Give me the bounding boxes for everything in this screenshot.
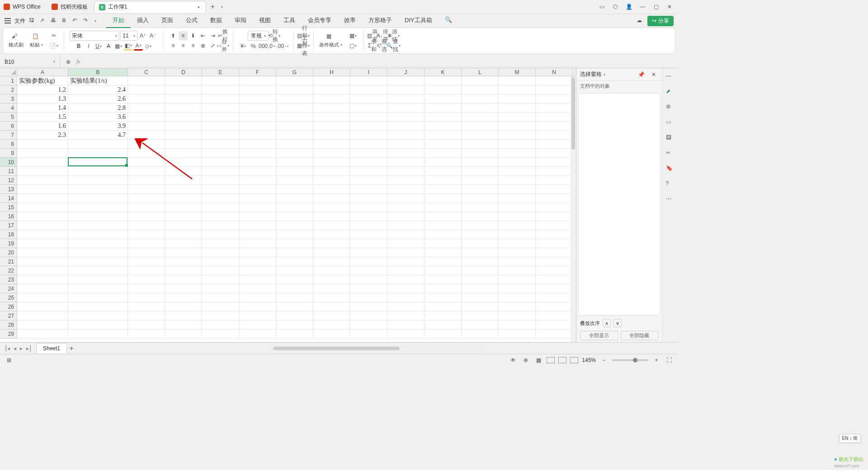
cell-L13[interactable]	[462, 185, 499, 194]
cell-style-icon[interactable]: ▢▾	[349, 41, 358, 50]
column-header-G[interactable]: G	[276, 68, 313, 76]
cell-A8[interactable]	[17, 140, 68, 149]
ribbon-tab-data[interactable]: 数据	[204, 14, 228, 28]
cell-K2[interactable]	[425, 85, 462, 94]
cell-I23[interactable]	[350, 275, 387, 284]
cell-A26[interactable]	[17, 302, 68, 311]
cell-J28[interactable]	[387, 320, 425, 329]
cell-H10[interactable]	[313, 158, 350, 167]
cell-N7[interactable]	[536, 131, 573, 140]
cell-J27[interactable]	[387, 311, 425, 320]
cell-M2[interactable]	[499, 85, 536, 94]
cell-L19[interactable]	[462, 239, 499, 248]
cell-E29[interactable]	[202, 329, 239, 338]
cell-N26[interactable]	[536, 302, 573, 311]
cell-J10[interactable]	[387, 158, 425, 167]
cell-C26[interactable]	[128, 302, 165, 311]
view-break-icon[interactable]	[570, 357, 578, 363]
currency-icon[interactable]: ¥▾	[239, 42, 248, 51]
cell-A21[interactable]	[17, 257, 68, 266]
fx-cancel-icon[interactable]: ⊕	[64, 57, 73, 66]
cell-D25[interactable]	[165, 293, 202, 302]
cell-J9[interactable]	[387, 149, 425, 158]
cell-B4[interactable]: 2.8	[68, 103, 128, 113]
cell-K13[interactable]	[425, 185, 462, 194]
cell-F4[interactable]	[239, 103, 276, 113]
cell-J18[interactable]	[387, 230, 425, 239]
cell-A14[interactable]	[17, 194, 68, 203]
cell-B21[interactable]	[68, 257, 128, 266]
cell-J29[interactable]	[387, 329, 425, 338]
close-panel-icon[interactable]: ✕	[649, 70, 658, 79]
column-header-C[interactable]: C	[128, 68, 165, 76]
cell-B13[interactable]	[68, 185, 128, 194]
row-header-13[interactable]: 13	[0, 185, 17, 194]
cell-L10[interactable]	[462, 158, 499, 167]
cell-K7[interactable]	[425, 131, 462, 140]
cell-D27[interactable]	[165, 311, 202, 320]
print-preview-icon[interactable]: 🗎	[61, 17, 69, 24]
cell-E13[interactable]	[202, 185, 239, 194]
save-icon[interactable]: 🖫	[29, 17, 36, 24]
cube-icon[interactable]: ⬡	[611, 3, 619, 11]
cell-N6[interactable]	[536, 122, 573, 131]
ribbon-tab-review[interactable]: 审阅	[228, 14, 253, 28]
cell-D20[interactable]	[165, 248, 202, 257]
cell-H25[interactable]	[313, 293, 350, 302]
cell-B6[interactable]: 3.9	[68, 122, 128, 131]
cell-C7[interactable]	[128, 131, 165, 140]
cell-L18[interactable]	[462, 230, 499, 239]
cell-H29[interactable]	[313, 329, 350, 338]
cell-I22[interactable]	[350, 266, 387, 275]
cell-N18[interactable]	[536, 230, 573, 239]
cell-G13[interactable]	[276, 185, 313, 194]
cell-G3[interactable]	[276, 94, 313, 103]
select-tool-icon[interactable]: ⬈	[666, 88, 675, 97]
cell-C17[interactable]	[128, 221, 165, 230]
cell-D18[interactable]	[165, 230, 202, 239]
cell-G1[interactable]	[276, 76, 313, 85]
cell-F8[interactable]	[239, 140, 276, 149]
cell-H4[interactable]	[313, 103, 350, 113]
cell-K9[interactable]	[425, 149, 462, 158]
row-header-26[interactable]: 26	[0, 302, 17, 311]
cell-F24[interactable]	[239, 284, 276, 293]
export-icon[interactable]: ↗	[40, 17, 47, 24]
cell-D11[interactable]	[165, 167, 202, 176]
font-color-icon[interactable]: A▾	[134, 42, 143, 51]
cell-L5[interactable]	[462, 113, 499, 122]
cell-J24[interactable]	[387, 284, 425, 293]
cell-E16[interactable]	[202, 212, 239, 221]
formula-input[interactable]	[84, 58, 675, 65]
cell-F14[interactable]	[239, 194, 276, 203]
cell-D13[interactable]	[165, 185, 202, 194]
sheet-nav-prev-icon[interactable]: ◂	[13, 345, 17, 352]
align-bottom-icon[interactable]: ⬇	[189, 31, 198, 40]
cell-J19[interactable]	[387, 239, 425, 248]
cell-H5[interactable]	[313, 113, 350, 122]
cell-M23[interactable]	[499, 275, 536, 284]
cell-L29[interactable]	[462, 329, 499, 338]
cell-M10[interactable]	[499, 158, 536, 167]
cell-F16[interactable]	[239, 212, 276, 221]
tab-menu-dropdown[interactable]: ▾	[217, 2, 226, 11]
row-header-18[interactable]: 18	[0, 230, 17, 239]
cell-D6[interactable]	[165, 122, 202, 131]
cell-M25[interactable]	[499, 293, 536, 302]
cell-L14[interactable]	[462, 194, 499, 203]
cell-I13[interactable]	[350, 185, 387, 194]
cell-A4[interactable]: 1.4	[17, 103, 68, 113]
cell-D17[interactable]	[165, 221, 202, 230]
cell-H21[interactable]	[313, 257, 350, 266]
cell-L28[interactable]	[462, 320, 499, 329]
cell-F19[interactable]	[239, 239, 276, 248]
cell-D9[interactable]	[165, 149, 202, 158]
cell-H20[interactable]	[313, 248, 350, 257]
cell-C21[interactable]	[128, 257, 165, 266]
cell-J6[interactable]	[387, 122, 425, 131]
cell-D24[interactable]	[165, 284, 202, 293]
cell-J22[interactable]	[387, 266, 425, 275]
align-justify-icon[interactable]: ≣	[198, 41, 208, 50]
cell-E2[interactable]	[202, 85, 239, 94]
column-header-F[interactable]: F	[239, 68, 276, 76]
